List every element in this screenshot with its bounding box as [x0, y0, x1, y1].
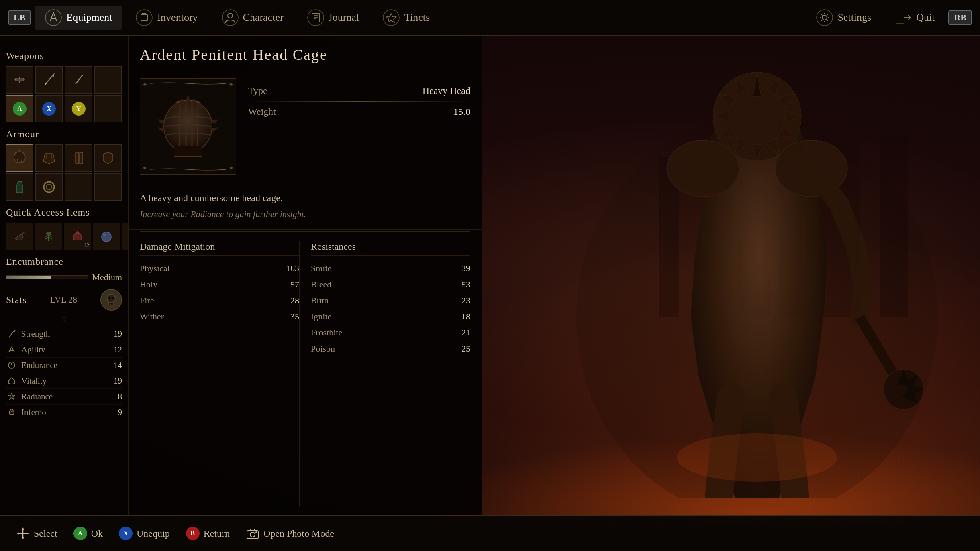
stats-level: LVL 28 [50, 295, 77, 305]
svg-line-73 [197, 102, 198, 152]
svg-point-58 [102, 232, 111, 242]
stat-row-agility: Agility 12 [6, 342, 122, 358]
nav-quit[interactable]: Quit [885, 6, 944, 30]
stat-name-vitality: Vitality [21, 376, 106, 386]
crossbow-icon [12, 72, 28, 88]
armour-slot-empty2[interactable] [94, 173, 122, 201]
item-description: A heavy and cumbersome head cage. Increa… [129, 183, 482, 230]
stat-icon-endurance [6, 360, 17, 371]
equipment-nav-icon [45, 9, 62, 26]
nav-tincts[interactable]: Tincts [373, 6, 439, 30]
armour-slot-chest[interactable] [35, 144, 63, 172]
dmg-label: Fire [140, 295, 154, 306]
nav-equipment[interactable]: Equipment [35, 6, 122, 30]
unequip-button[interactable]: X Unequip [119, 527, 170, 540]
weapon-slot-empty-1[interactable] [94, 66, 122, 94]
res-row-smite: Smite 39 [311, 260, 470, 277]
weapon-slot-3[interactable] [65, 66, 92, 94]
svg-line-70 [179, 102, 180, 152]
stat-icon-strength [6, 328, 17, 340]
qi-slot-3[interactable]: 12 [64, 223, 91, 250]
stats-list: Strength 19 Agility 12 Endurance 14 [6, 326, 122, 420]
weight-value: 15.0 [453, 106, 470, 117]
item-weight-row: Weight 15.0 [248, 103, 470, 120]
armour-slot-empty[interactable] [65, 173, 92, 201]
item-header: Ardent Penitent Head Cage [129, 36, 482, 70]
potion-armour-icon [11, 178, 29, 196]
armour-section-title: Armour [6, 129, 122, 140]
qi-slot-4[interactable] [93, 223, 120, 250]
dmg-row-physical: Physical 163 [140, 260, 299, 277]
weapon-slot-empty-2[interactable] [94, 95, 122, 122]
armour-slot-head[interactable] [6, 144, 33, 172]
ok-button[interactable]: A Ok [74, 527, 103, 540]
stat-icon-inferno [6, 407, 17, 418]
weapon-btn-y[interactable]: Y [65, 95, 92, 122]
stat-row-strength: Strength 19 [6, 326, 122, 342]
skull-icon [104, 293, 118, 307]
svg-point-59 [103, 234, 106, 236]
encumbrance-bar: Medium [6, 272, 122, 283]
weapon-slot-1[interactable] [6, 66, 33, 94]
dmg-value: 57 [290, 279, 299, 290]
lb-button[interactable]: LB [8, 10, 31, 25]
qi-crystal-icon [70, 229, 85, 244]
svg-line-47 [23, 152, 25, 153]
a-button-bottom: A [74, 527, 87, 540]
qi-slot-1[interactable] [6, 223, 33, 250]
svg-marker-90 [17, 532, 19, 535]
nav-journal-label: Journal [329, 12, 359, 24]
ornament-tl: ✦ [142, 80, 148, 89]
left-panel: Weapons A X Y [0, 36, 129, 515]
svg-point-31 [136, 10, 152, 26]
svg-rect-43 [896, 12, 904, 23]
journal-nav-icon [307, 9, 325, 26]
dmg-label: Physical [140, 263, 170, 274]
ok-label: Ok [91, 528, 103, 539]
res-row-ignite: Ignite 18 [311, 309, 470, 325]
photo-mode-button[interactable]: Open Photo Mode [246, 527, 334, 540]
x-button-bottom: X [119, 527, 133, 540]
chest-armour-icon [40, 149, 58, 167]
dmg-row-wither: Wither 35 [140, 309, 299, 325]
nav-quit-label: Quit [916, 12, 935, 24]
nav-character[interactable]: Character [212, 6, 293, 30]
return-button[interactable]: B Return [186, 527, 230, 540]
encumbrance-title: Encumbrance [6, 256, 122, 267]
res-heading: Resistances [311, 241, 470, 256]
unequip-label: Unequip [137, 528, 170, 539]
weapon-btn-a[interactable]: A [6, 95, 33, 122]
character-nav-icon [221, 9, 239, 26]
type-value: Heavy Head [423, 85, 470, 96]
ring-icon [40, 178, 58, 196]
armour-slot-ring[interactable] [35, 173, 63, 201]
weight-label: Weight [248, 106, 276, 117]
dmg-row-fire: Fire 28 [140, 293, 299, 309]
res-label: Bleed [311, 279, 331, 290]
svg-marker-74 [186, 94, 190, 102]
weapon-btn-x[interactable]: X [35, 95, 63, 122]
stat-name-endurance: Endurance [21, 360, 106, 370]
armour-slot-legs[interactable] [65, 144, 92, 172]
select-button[interactable]: Select [16, 527, 57, 540]
qi-slot-5[interactable]: 2 [122, 223, 129, 250]
nav-settings[interactable]: Settings [806, 6, 881, 30]
nav-journal[interactable]: Journal [297, 6, 369, 30]
nav-inventory[interactable]: Inventory [126, 6, 207, 30]
svg-rect-49 [76, 152, 79, 164]
res-row-frostbite: Frostbite 21 [311, 325, 470, 341]
resistance-table: Resistances Smite 39 Bleed 53 Burn 23 Ig… [299, 241, 470, 507]
armour-slot-5[interactable] [6, 173, 33, 201]
quick-access-grid: 12 2 [6, 223, 122, 250]
item-stats: Type Heavy Head Weight 15.0 [248, 78, 470, 175]
svg-marker-88 [22, 527, 24, 530]
rb-button[interactable]: RB [948, 10, 972, 25]
stats-title: Stats [6, 295, 27, 305]
qi-slot-2[interactable] [35, 223, 62, 250]
top-navigation: LB Equipment Inventory Character [0, 0, 980, 36]
weapon-slot-2[interactable] [35, 66, 63, 94]
a-button: A [13, 102, 27, 116]
dmg-value: 35 [290, 311, 299, 322]
arms-armour-icon [99, 149, 117, 167]
armour-slot-arms[interactable] [94, 144, 122, 172]
